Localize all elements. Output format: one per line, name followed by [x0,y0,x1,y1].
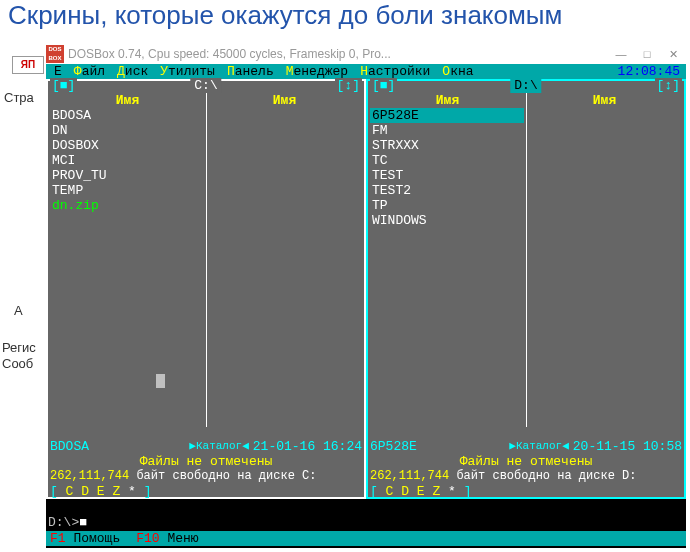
file-item[interactable]: BDOSA [50,108,204,123]
file-item[interactable]: TEST [370,168,524,183]
right-panel-info: 6P528E ▶Каталог◀ 20-11-15 10:58 [370,439,682,454]
file-item[interactable]: DOSBOX [50,138,204,153]
info-katalog: ▶Каталог◀ [509,439,568,454]
file-item[interactable]: MCI [50,153,204,168]
file-item[interactable]: TEST2 [370,183,524,198]
prompt: D:\> [48,515,79,530]
col-header-name-1: Имя [49,93,206,108]
clock: 12:08:45 [618,64,684,79]
file-item[interactable]: TC [370,153,524,168]
cmdline-blank [46,499,686,514]
dosbox-icon: DOS BOX [46,45,64,63]
panel-corner-icon[interactable]: [■] [370,78,397,93]
left-panel-info: BDOSA ▶Каталог◀ 21-01-16 16:24 [50,439,362,454]
panel-scroll-icon[interactable]: [↕] [335,78,362,93]
page-title: Скрины, которые окажутся до боли знакомы… [8,0,562,31]
menu-windows[interactable]: Окна [436,64,479,79]
panel-divider [526,93,527,427]
window-minimize-button[interactable]: — [608,45,634,63]
command-line[interactable]: D:\>■ [46,514,686,531]
window-close-button[interactable]: ✕ [660,45,686,63]
window-maximize-button[interactable]: □ [634,45,660,63]
right-panel[interactable]: [■] [↕] D:\ Имя Имя 6P528EFMSTRXXXTCTEST… [366,79,686,499]
file-item[interactable]: 6P528E [370,108,524,123]
cursor-block [156,374,165,388]
help-f1[interactable]: F1 Помощь [50,531,120,546]
file-item[interactable]: TP [370,198,524,213]
left-panel-drives[interactable]: [ C D E Z * ] [50,484,362,499]
left-panel[interactable]: [■] [↕] C:\ Имя Имя BDOSADNDOSBOXMCIPROV… [46,79,366,499]
file-item[interactable]: DN [50,123,204,138]
col-header-name-2: Имя [526,93,683,108]
menubar: E Файл Диск Утилиты Панель Менеджер Наст… [46,64,686,79]
file-item[interactable]: TEMP [50,183,204,198]
menu-panel[interactable]: Панель [221,64,280,79]
side-text-stran: Стра [4,90,34,105]
info-katalog: ▶Каталог◀ [189,439,248,454]
right-panel-free: 262,111,744 байт свободно на диске D: [370,469,682,484]
menu-settings[interactable]: Настройки [354,64,436,79]
dosbox-window: DOS BOX DOSBox 0.74, Cpu speed: 45000 cy… [46,44,686,548]
left-panel-marked: Файлы не отмечены [50,454,362,469]
info-name: 6P528E [370,439,417,454]
col-header-name-2: Имя [206,93,363,108]
thumb-logo: ЯП [12,56,44,74]
side-text-a: А [14,303,23,318]
help-f10[interactable]: F10 Меню [136,531,198,546]
panel-divider [206,93,207,427]
left-panel-files: BDOSADNDOSBOXMCIPROV_TUTEMPdn.zip [50,108,204,213]
file-item[interactable]: WINDOWS [370,213,524,228]
left-panel-free: 262,111,744 байт свободно на диске C: [50,469,362,484]
dos-content: E Файл Диск Утилиты Панель Менеджер Наст… [46,64,686,548]
left-panel-drive[interactable]: C:\ [190,78,221,93]
file-item[interactable]: STRXXX [370,138,524,153]
right-panel-files: 6P528EFMSTRXXXTCTESTTEST2TPWINDOWS [370,108,524,228]
window-title: DOSBox 0.74, Cpu speed: 45000 cycles, Fr… [68,47,608,61]
menu-file[interactable]: Файл [68,64,111,79]
panel-scroll-icon[interactable]: [↕] [655,78,682,93]
info-name: BDOSA [50,439,89,454]
file-item[interactable]: PROV_TU [50,168,204,183]
right-panel-marked: Файлы не отмечены [370,454,682,469]
window-titlebar: DOS BOX DOSBox 0.74, Cpu speed: 45000 cy… [46,44,686,64]
helpbar: F1 Помощь F10 Меню [46,531,686,546]
menu-e[interactable]: E [48,64,68,79]
menu-manager[interactable]: Менеджер [280,64,354,79]
cursor-icon: ■ [79,515,87,530]
panel-corner-icon[interactable]: [■] [50,78,77,93]
menu-utilities[interactable]: Утилиты [154,64,221,79]
side-text-reg: Регис [2,340,36,355]
file-item[interactable]: dn.zip [50,198,204,213]
right-panel-drives[interactable]: [ C D E Z * ] [370,484,682,499]
panels: [■] [↕] C:\ Имя Имя BDOSADNDOSBOXMCIPROV… [46,79,686,499]
col-header-name-1: Имя [369,93,526,108]
right-panel-drive[interactable]: D:\ [510,78,541,93]
file-item[interactable]: FM [370,123,524,138]
menu-disk[interactable]: Диск [111,64,154,79]
info-date: 20-11-15 10:58 [573,439,682,454]
info-date: 21-01-16 16:24 [253,439,362,454]
side-text-soob: Сооб [2,356,33,371]
